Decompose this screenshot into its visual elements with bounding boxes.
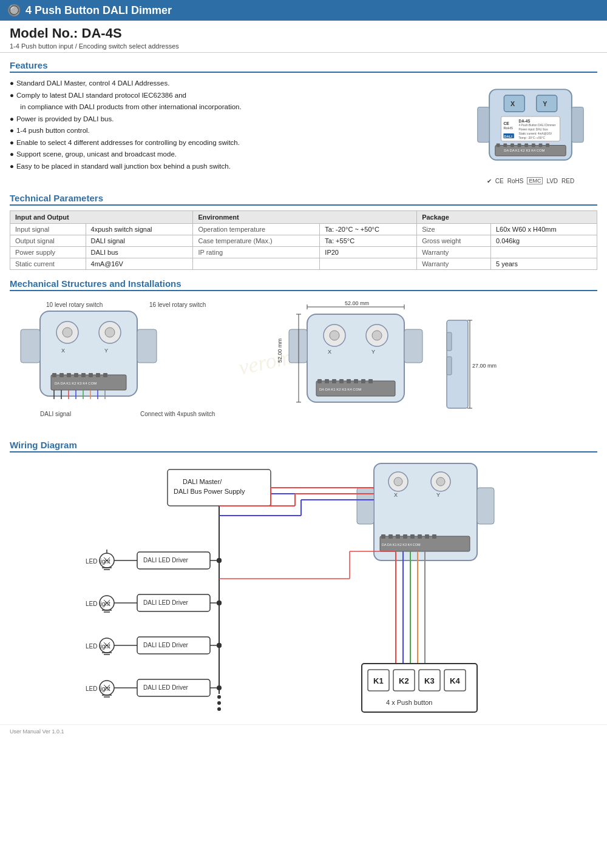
model-description: 1-4 Push button input / Encoding switch … — [10, 42, 597, 50]
features-section: Features ●Standard DALI Master, control … — [10, 60, 597, 184]
svg-rect-21 — [524, 144, 528, 147]
svg-text:DALI LED Driver: DALI LED Driver — [143, 599, 189, 606]
feature-item-7: ●Easy to be placed in standard wall junc… — [10, 161, 454, 173]
svg-text:Y: Y — [436, 492, 440, 498]
svg-rect-24 — [546, 144, 549, 147]
io-power-label: Power supply — [10, 247, 86, 258]
svg-text:DA DA K1 K2 K3 K4 COM: DA DA K1 K2 K3 K4 COM — [382, 543, 421, 547]
pkg-weight-label: Gross weight — [417, 235, 491, 247]
led-row-3: LED light DALI LED Driver — [86, 637, 222, 654]
svg-text:4 x Push button: 4 x Push button — [386, 699, 432, 706]
svg-rect-19 — [510, 144, 514, 147]
svg-text:K2: K2 — [399, 676, 409, 685]
main-content: Features ●Standard DALI Master, control … — [0, 53, 607, 719]
product-image: X Y CE RoHS DA-4S 4 Push Button DALI Dim… — [470, 78, 591, 175]
svg-rect-109 — [410, 534, 415, 539]
technical-table: Input and Output Environment Package Inp… — [10, 210, 597, 270]
wiring-diagram: DALI Master/ DALI Bus Power Supply X Y D… — [10, 457, 597, 712]
footer-text: User Manual Ver 1.0.1 — [10, 728, 64, 735]
env-case-temp-val: Ta: +55°C — [320, 235, 417, 247]
svg-text:DA-4S: DA-4S — [519, 119, 531, 123]
svg-rect-69 — [325, 379, 329, 383]
svg-text:Y: Y — [104, 348, 108, 354]
svg-rect-23 — [539, 144, 543, 147]
env-ip-val: IP20 — [320, 247, 417, 258]
pkg-warranty-val2: 5 years — [490, 258, 597, 270]
svg-rect-22 — [532, 144, 535, 147]
pkg-warranty-label2: Warranty — [417, 258, 491, 270]
led-row-1: LED light DALI LED Driver — [86, 550, 222, 570]
svg-text:Power input: DALI bus: Power input: DALI bus — [519, 128, 549, 131]
features-row: ●Standard DALI Master, control 4 DALI Ad… — [10, 78, 597, 184]
svg-rect-87 — [447, 332, 452, 351]
svg-rect-41 — [67, 373, 71, 377]
svg-rect-114 — [477, 488, 494, 524]
cert-red: RED — [561, 178, 574, 184]
svg-point-180 — [217, 695, 221, 699]
svg-point-61 — [330, 331, 339, 340]
svg-point-32 — [63, 328, 72, 337]
svg-text:DALI Master/: DALI Master/ — [183, 478, 222, 485]
env-empty1 — [193, 258, 320, 270]
pkg-size-val: L60x W60 x H40mm — [490, 224, 597, 235]
svg-rect-39 — [52, 373, 56, 377]
svg-rect-108 — [403, 534, 407, 539]
svg-rect-106 — [388, 534, 393, 539]
io-input-signal-label: Input signal — [10, 224, 86, 235]
svg-rect-20 — [518, 144, 521, 147]
svg-text:DA DA K1 K2 K3 K4 COM: DA DA K1 K2 K3 K4 COM — [319, 388, 361, 391]
svg-point-192 — [217, 558, 222, 563]
svg-text:16 level rotary switch: 16 level rotary switch — [149, 301, 206, 308]
cert-row: ✔ CE RoHS EMC LVD RED — [487, 177, 574, 184]
wiring-svg: DALI Master/ DALI Bus Power Supply X Y D… — [10, 457, 605, 724]
svg-point-35 — [105, 328, 115, 337]
model-number: Model No.: DA-4S — [10, 25, 597, 41]
svg-rect-75 — [368, 379, 373, 383]
svg-text:K3: K3 — [424, 676, 435, 685]
wiring-section: Wiring Diagram DALI Master/ DALI Bus Pow… — [10, 440, 597, 712]
mechanical-svg: veromeuni 10 level rotary switch 16 leve… — [10, 296, 605, 429]
svg-text:Static current: 4mA@16V: Static current: 4mA@16V — [519, 132, 552, 135]
technical-title: Technical Parameters — [10, 193, 597, 206]
svg-rect-111 — [425, 534, 429, 539]
feature-item-1: ●Standard DALI Master, control 4 DALI Ad… — [10, 78, 454, 90]
svg-rect-17 — [497, 144, 500, 147]
svg-text:LED light: LED light — [86, 685, 110, 692]
svg-text:Temp: -20°C~+50°C: Temp: -20°C~+50°C — [519, 136, 546, 140]
svg-point-63 — [372, 331, 382, 340]
svg-rect-42 — [74, 373, 78, 377]
svg-rect-26 — [572, 107, 583, 142]
svg-text:RoHS: RoHS — [503, 126, 513, 130]
svg-rect-74 — [361, 379, 365, 383]
svg-text:Y: Y — [543, 100, 547, 107]
svg-text:DALI Bus Power Supply: DALI Bus Power Supply — [174, 488, 245, 495]
env-op-temp-label: Operation temperature — [193, 224, 320, 235]
svg-point-193 — [217, 601, 222, 605]
svg-text:X: X — [510, 100, 515, 107]
env-empty2 — [320, 258, 417, 270]
feature-item-6: ●Support scene, group, unicast and broad… — [10, 149, 454, 161]
col-header-env: Environment — [193, 211, 417, 224]
svg-rect-107 — [396, 534, 400, 539]
svg-rect-44 — [89, 373, 93, 377]
cert-check: ✔ — [487, 178, 492, 184]
svg-text:4 Push Button DALI Dimmer: 4 Push Button DALI Dimmer — [519, 124, 556, 127]
svg-point-194 — [217, 643, 222, 648]
wiring-title: Wiring Diagram — [10, 440, 597, 453]
svg-text:DALI LED Driver: DALI LED Driver — [143, 684, 189, 691]
svg-rect-76 — [289, 329, 307, 363]
io-output-signal-label: Output signal — [10, 235, 86, 247]
page-header: 🔘 4 Push Button DALI Dimmer — [0, 0, 607, 21]
pkg-warranty-val — [490, 247, 597, 258]
svg-text:X: X — [328, 349, 331, 355]
mechanical-title: Mechanical Structures and Installations — [10, 278, 597, 291]
svg-rect-43 — [81, 373, 86, 377]
env-op-temp-val: Ta: -20°C ~ +50°C — [320, 224, 417, 235]
io-input-signal-val: 4xpush switch signal — [86, 224, 193, 235]
footer: User Manual Ver 1.0.1 — [0, 724, 607, 738]
svg-text:LED light: LED light — [86, 643, 110, 650]
feature-item-5: ●Enable to select 4 different addresses … — [10, 137, 454, 149]
cert-lvd: LVD — [546, 178, 558, 184]
svg-text:DA DA K1 K2 K3 K4 COM: DA DA K1 K2 K3 K4 COM — [55, 382, 97, 385]
svg-text:CE: CE — [503, 121, 509, 126]
